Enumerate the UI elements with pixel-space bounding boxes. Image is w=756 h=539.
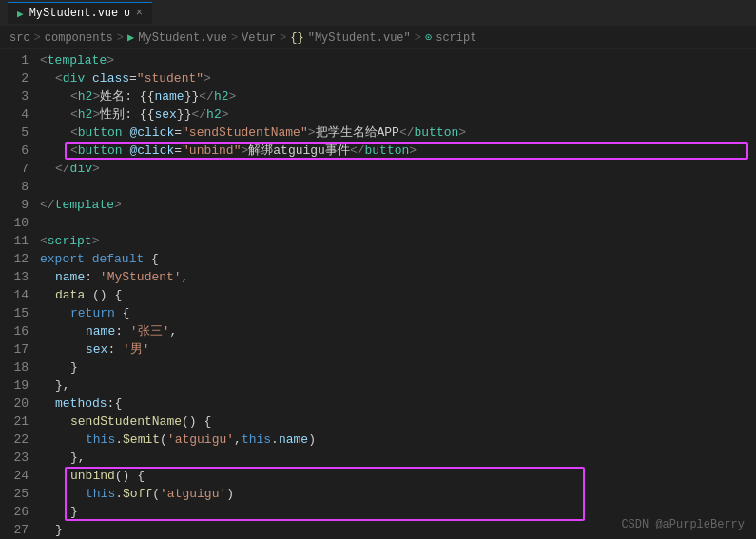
code-line-7: </div> [40, 160, 756, 178]
watermark: CSDN @aPurpleBerry [621, 518, 745, 531]
code-line-14: data () { [40, 286, 756, 304]
code-line-2: <div class="student" > [40, 69, 756, 87]
code-line-1: <template> [40, 51, 756, 69]
line-num-10: 10 [0, 214, 29, 232]
code-line-4: <h2> 性别: {{sex}} </h2> [40, 106, 756, 124]
line-num-17: 17 [0, 340, 29, 358]
code-line-20: methods:{ [40, 395, 756, 413]
breadcrumb-sep2: > [117, 31, 124, 45]
editor: 1 2 3 4 5 6 7 8 9 10 11 12 13 14 15 16 1… [0, 49, 756, 539]
breadcrumb-vetur: Vetur [242, 31, 276, 45]
line-num-23: 23 [0, 449, 29, 467]
breadcrumb-script-icon: ⊙ [425, 30, 432, 45]
code-line-21: sendStudentName() { [40, 413, 756, 431]
breadcrumb-objlabel: "MyStudent.vue" [308, 31, 411, 45]
breadcrumb-sep4: > [280, 31, 286, 45]
line-num-3: 3 [0, 87, 29, 106]
editor-tab[interactable]: ▶ MyStudent.vue U × [8, 2, 152, 24]
line-num-27: 27 [0, 521, 29, 539]
line-num-6: 6 [0, 142, 29, 160]
line-num-4: 4 [0, 106, 29, 124]
breadcrumb-script: script [436, 31, 476, 45]
code-line-5: <button @click="sendStudentName" > 把学生名给… [40, 124, 756, 142]
line-num-15: 15 [0, 304, 29, 322]
code-line-11: <script> [40, 232, 756, 250]
line-num-16: 16 [0, 322, 29, 340]
line-num-12: 12 [0, 250, 29, 268]
code-line-13: name: 'MyStudent', [40, 268, 756, 286]
vue-icon: ▶ [17, 8, 24, 20]
code-line-8 [40, 178, 756, 196]
code-line-25: this . $off ( 'atguigu' ) [40, 485, 756, 503]
line-num-18: 18 [0, 358, 29, 376]
line-num-2: 2 [0, 69, 29, 87]
line-num-25: 25 [0, 485, 29, 503]
code-line-23: }, [40, 449, 756, 467]
code-line-6: <button @click="unbind" > 解绑atguigu事件 </… [40, 142, 756, 160]
code-line-15: return { [40, 304, 756, 322]
line-num-24: 24 [0, 467, 29, 485]
line-num-8: 8 [0, 178, 29, 196]
line-num-11: 11 [0, 232, 29, 250]
line-numbers: 1 2 3 4 5 6 7 8 9 10 11 12 13 14 15 16 1… [0, 49, 36, 539]
line-num-19: 19 [0, 376, 29, 395]
breadcrumb-src: src [10, 31, 30, 45]
breadcrumb-filename: MyStudent.vue [138, 31, 227, 45]
code-line-19: }, [40, 376, 756, 395]
line-num-9: 9 [0, 196, 29, 214]
line-num-22: 22 [0, 431, 29, 449]
code-line-24: unbind() { [40, 467, 756, 485]
code-line-22: this . $emit ( 'atguigu' , this . name ) [40, 431, 756, 449]
breadcrumb: src > components > ▶ MyStudent.vue > Vet… [0, 27, 756, 49]
line-num-7: 7 [0, 160, 29, 178]
code-line-18: } [40, 358, 756, 376]
breadcrumb-vue-icon: ▶ [127, 30, 134, 45]
tab-modified-indicator: U [124, 8, 130, 19]
breadcrumb-components: components [45, 31, 113, 45]
code-line-10 [40, 214, 756, 232]
breadcrumb-sep3: > [231, 31, 238, 45]
tab-close-button[interactable]: × [136, 7, 143, 20]
code-line-16: name: '张三', [40, 322, 756, 340]
breadcrumb-sep1: > [34, 31, 41, 45]
breadcrumb-obj: {} [290, 31, 303, 45]
code-line-3: <h2> 姓名: {{name}} </h2> [40, 87, 756, 106]
tab-filename: MyStudent.vue [29, 7, 119, 20]
breadcrumb-sep5: > [415, 31, 421, 45]
line-num-21: 21 [0, 413, 29, 431]
code-line-12: export default { [40, 250, 756, 268]
line-num-1: 1 [0, 51, 29, 69]
line-num-20: 20 [0, 395, 29, 413]
code-line-17: sex: '男' [40, 340, 756, 358]
code-area[interactable]: <template> <div class="student" > <h2> 姓… [36, 49, 756, 539]
line-num-5: 5 [0, 124, 29, 142]
line-num-13: 13 [0, 268, 29, 286]
code-line-9: </template> [40, 196, 756, 214]
title-bar: ▶ MyStudent.vue U × [0, 0, 756, 27]
line-num-26: 26 [0, 503, 29, 521]
line-num-14: 14 [0, 286, 29, 304]
